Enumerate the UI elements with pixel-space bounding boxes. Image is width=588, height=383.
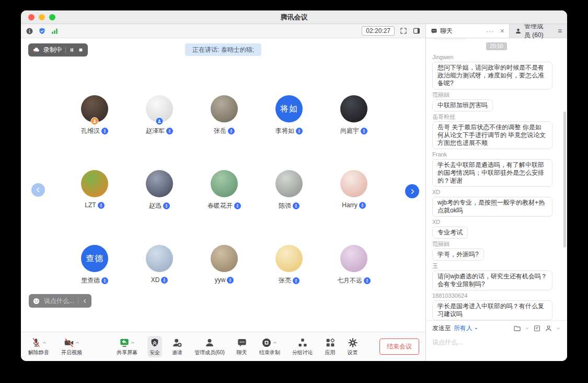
chevron-down-icon[interactable] (525, 326, 529, 331)
close-icon[interactable]: × (500, 27, 504, 35)
toolbar-stop-record[interactable]: 结束录制 (257, 336, 282, 357)
toolbar-label: 管理成员(60) (194, 349, 225, 356)
message-bubble: 岳哥 关于最后状态不佳的调整 你是如何从论文下手进行调节的 毕竟您说论文方面您也… (432, 121, 552, 149)
chevron-up-icon[interactable] (42, 340, 47, 345)
pause-recording-button[interactable] (69, 47, 75, 53)
screenshot-icon[interactable] (533, 324, 541, 332)
mic-muted-icon (98, 202, 105, 209)
security-shield-icon[interactable] (38, 27, 46, 35)
caret-down-icon (474, 326, 479, 331)
toolbar-screen-share[interactable]: 共享屏幕 (114, 336, 140, 357)
participant-avatar (275, 170, 303, 197)
smiley-icon[interactable] (32, 297, 40, 305)
person-add-icon (172, 337, 182, 348)
send-to-label: 发送至 (432, 324, 451, 333)
participant-tile[interactable]: 张亮 (257, 245, 321, 320)
participant-tile[interactable]: 赵泽军 (127, 95, 192, 170)
stop-recording-button[interactable] (78, 47, 84, 53)
tab-members[interactable]: 管理成员 (60) (510, 24, 552, 38)
chevron-down-icon[interactable] (556, 326, 561, 331)
chat-tab-icon (431, 28, 437, 35)
chat-scrollbar[interactable] (563, 111, 566, 247)
minimize-button[interactable] (39, 14, 45, 20)
participant-tile[interactable]: 春暖花开 (192, 170, 257, 245)
chevron-up-icon[interactable] (272, 340, 278, 345)
fullscreen-icon[interactable] (399, 27, 408, 35)
participant-tile[interactable]: XD (127, 245, 192, 320)
toolbar-person-add[interactable]: 邀请 (170, 336, 185, 357)
mic-muted-icon (359, 202, 366, 209)
toolbar-shield-security[interactable]: 安全 (147, 336, 162, 357)
chat-input[interactable] (426, 336, 567, 359)
mic-muted-icon (228, 128, 235, 134)
toolbar-settings-gear[interactable]: 设置 (345, 336, 360, 357)
participant-tile[interactable]: 将如李将如 (257, 95, 321, 170)
members-tab-icon (515, 28, 522, 35)
tab-chat[interactable]: 聊天 ··· × (426, 24, 510, 38)
caption-pill[interactable]: 说点什么... (29, 294, 91, 308)
cohost-badge-icon (156, 117, 164, 125)
toolbar-apps[interactable]: 应用 (323, 336, 338, 357)
participant-tile[interactable]: yyw (192, 245, 257, 320)
participant-avatar (146, 95, 173, 122)
participant-tile[interactable]: 孔维汉 (62, 95, 127, 170)
participant-name: 赵迅 (149, 201, 162, 210)
toolbar-camera-slash[interactable]: 开启视频 (59, 336, 84, 357)
chevron-up-icon[interactable] (75, 340, 80, 345)
end-meeting-button[interactable]: 结束会议 (379, 339, 419, 355)
participant-name: LZT (85, 201, 96, 209)
participant-avatar (146, 245, 173, 272)
participant-tile[interactable]: 陈强 (257, 170, 321, 245)
toolbar-label: 聊天 (237, 349, 247, 356)
send-to-selector[interactable]: 所有人 (454, 324, 479, 333)
prev-page-button[interactable] (31, 183, 45, 197)
host-badge-icon (91, 117, 99, 125)
screen-share-icon (119, 337, 130, 348)
participant-tile[interactable]: LZT (62, 170, 127, 245)
private-chat-person-icon[interactable] (545, 324, 552, 332)
panel-menu-icon[interactable]: ≡ (552, 24, 567, 38)
mic-muted-icon (161, 277, 168, 284)
message-bubble: 请问wjb遴选的话，研究生还有机会吗？会有专业限制吗? (432, 271, 552, 290)
network-signal-icon[interactable] (51, 27, 59, 35)
next-page-button[interactable] (405, 184, 419, 198)
participant-tile[interactable]: 赵迅 (127, 170, 192, 245)
meeting-timer: 02:20:27 (362, 26, 395, 36)
message-bubble: 学哥，外派吗? (432, 249, 484, 261)
member-icon (204, 337, 215, 348)
toolbar-mic-slash[interactable]: 解除静音 (26, 336, 51, 357)
collapse-left-icon[interactable] (82, 298, 88, 304)
mic-slash-icon (31, 337, 41, 348)
participant-avatar (211, 245, 238, 272)
info-icon[interactable] (26, 27, 33, 35)
participant-name: 陈强 (279, 201, 291, 210)
participant-tile[interactable]: 张岳 (192, 95, 257, 170)
participant-name: 李将如 (275, 127, 294, 136)
bottom-toolbar: 解除静音开启视频 共享屏幕安全邀请管理成员(60)聊天结束录制分组讨论应用设置 … (21, 332, 425, 361)
toolbar-breakout-rooms[interactable]: 分组讨论 (290, 336, 315, 357)
participant-tile[interactable]: 尚庭宇 (321, 95, 386, 170)
more-options-icon[interactable]: ··· (486, 27, 494, 35)
chat-footer: 发送至 所有人 (426, 320, 567, 361)
traffic-lights (28, 14, 55, 20)
message-bubble: 谢谢分享 (432, 38, 468, 39)
folder-icon[interactable] (513, 324, 521, 332)
zoom-button[interactable] (49, 14, 55, 20)
toolbar-chat-bubble[interactable]: 聊天 (235, 336, 249, 357)
toolbar-label: 设置 (348, 349, 358, 356)
toolbar-member[interactable]: 管理成员(60) (192, 336, 227, 357)
participant-avatar (340, 245, 367, 272)
message-sender: XD (432, 189, 561, 195)
mic-muted-icon (293, 277, 299, 284)
toolbar-center-group: 共享屏幕安全邀请管理成员(60)聊天结束录制分组讨论应用设置 (114, 336, 360, 357)
participant-tile[interactable]: 查德里查德 (62, 245, 127, 320)
mic-muted-icon (364, 277, 371, 284)
participant-avatar (340, 95, 367, 122)
participant-tile[interactable]: 七月不远 (321, 245, 386, 320)
close-button[interactable] (28, 14, 34, 20)
members-tab-label: 管理成员 (60) (524, 22, 547, 40)
side-panel-icon[interactable] (412, 27, 421, 35)
panel-tabbar: 聊天 ··· × 管理成员 (60) ≡ (426, 24, 567, 38)
participant-tile[interactable]: Harry (321, 170, 386, 245)
chevron-up-icon[interactable] (130, 340, 135, 345)
